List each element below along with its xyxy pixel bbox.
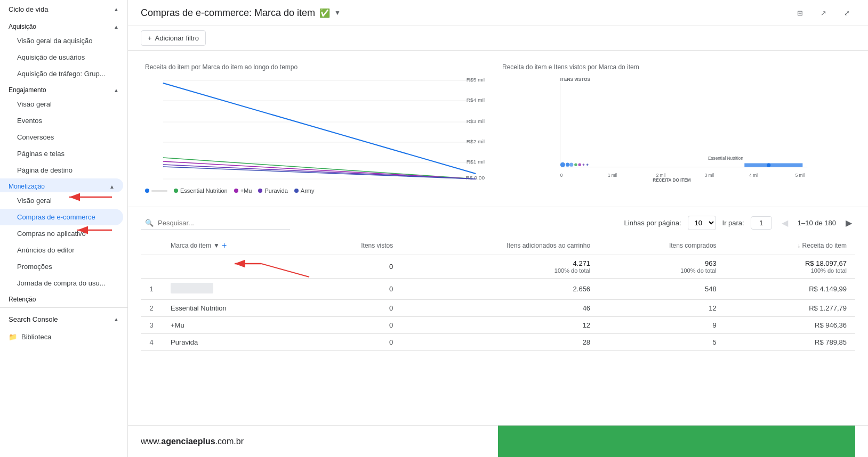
search-console-label: Search Console [9,315,58,323]
line-chart-legend: Essential Nutrition +Mu Puravida Army [145,187,494,194]
sidebar-item-paginas-telas[interactable]: Páginas e telas [0,145,123,162]
legend-dot-not-set [145,189,149,193]
svg-text:R$5 mil: R$5 mil [467,77,485,83]
row4-items-bought: 5 [599,334,725,351]
legend-dot-essential [174,189,178,193]
total-revenue: R$ 18.097,67 100% do total [725,255,855,279]
monetizacao-chevron: ▲ [109,184,115,190]
share-icon-btn[interactable]: ↗ [815,4,832,21]
aquisicao-label: Aquisição [9,23,36,30]
row2-brand: Essential Nutrition [162,300,306,317]
sidebar-item-visao-geral-eng[interactable]: Visão geral [0,96,123,112]
table-section: 🔍 Linhas por página: 10 25 50 Ir para: ◀… [128,207,868,425]
next-page-button[interactable]: ▶ [842,217,855,229]
sidebar-item-aquisicao-trafego[interactable]: Aquisição de tráfego: Grup... [0,66,123,82]
sidebar-group-aquisicao[interactable]: Aquisição ▲ [0,19,127,32]
sidebar-group-monetizacao[interactable]: Monetização ▲ [0,178,123,192]
svg-point-28 [574,163,577,166]
lifecycle-section[interactable]: Ciclo de vida ▲ [0,0,127,19]
row1-items-added: 2.656 [401,279,599,300]
rows-per-page-label: Linhas por página: [624,219,681,227]
total-items-bought-val: 963 [607,259,717,267]
sidebar-item-eventos[interactable]: Eventos [0,112,123,129]
search-console-section[interactable]: Search Console ▲ [0,310,127,329]
svg-text:4 mil: 4 mil [749,173,758,178]
table-total-row: 0 4.271 100% do total 963 100% do total … [141,255,855,279]
row2-items-viewed: 0 [306,300,401,317]
svg-point-25 [560,162,565,167]
retencao-label: Retenção [9,296,36,303]
prev-page-button[interactable]: ◀ [778,217,791,229]
row1-items-viewed: 0 [306,279,401,300]
expand-icon-btn[interactable]: ⤢ [838,4,855,21]
svg-rect-32 [744,163,802,167]
row4-brand: Puravida [162,334,306,351]
legend-label-mu: +Mu [240,187,252,194]
svg-text:R$4 mil: R$4 mil [467,97,485,103]
sidebar-item-promocoes[interactable]: Promoções [0,258,123,275]
table-row: 1 0 2.656 548 R$ 4.149,99 [141,279,855,300]
total-revenue-pct: 100% do total [734,267,847,274]
sidebar-item-compras-aplicativo[interactable]: Compras no aplicativo [0,225,123,242]
total-items-added: 4.271 100% do total [401,255,599,279]
table-row: 4 Puravida 0 28 5 R$ 789,85 [141,334,855,351]
table-row: 2 Essential Nutrition 0 46 12 R$ 1.277,7… [141,300,855,317]
row2-items-added: 46 [401,300,599,317]
legend-dot-army [294,189,299,193]
scatter-chart-container: Receita do item e Itens vistos por Marca… [498,59,855,198]
legend-mu: +Mu [234,187,252,194]
row4-revenue: R$ 789,85 [725,334,855,351]
col-header-items-added: Itens adicionados ao carrinho [401,236,599,255]
charts-area: Receita do item por Marca do item ao lon… [128,51,868,207]
filter-bar: + Adicionar filtro [128,26,868,51]
sidebar-item-biblioteca[interactable]: 📁 Biblioteca [0,329,127,345]
table-row: 3 +Mu 0 12 9 R$ 946,36 [141,317,855,334]
search-box[interactable]: 🔍 [141,217,290,230]
svg-text:RECEITA DO ITEM: RECEITA DO ITEM [653,178,690,182]
svg-text:2 mil: 2 mil [656,173,665,178]
total-rank [141,255,162,279]
row3-items-viewed: 0 [306,317,401,334]
sidebar-group-engajamento[interactable]: Engajamento ▲ [0,82,127,96]
page-input[interactable] [751,216,772,230]
legend-not-set [145,189,167,193]
col-header-brand[interactable]: Marca do item ▼ + [162,236,306,255]
legend-bar-not-set [151,190,167,192]
sidebar-item-conversoes[interactable]: Conversões [0,129,123,145]
search-console-chevron: ▲ [114,316,119,322]
sidebar-item-jornada-compra[interactable]: Jornada de compra do usu... [0,275,123,291]
svg-text:R$ 0,00: R$ 0,00 [466,175,485,181]
sidebar-item-aquisicao-usuarios[interactable]: Aquisição de usuários [0,49,123,66]
sidebar-item-visao-geral-mon[interactable]: Visão geral [0,192,123,209]
row3-brand: +Mu [162,317,306,334]
sidebar-item-anuncios-editor[interactable]: Anúncios do editor [0,242,123,258]
grid-icon-btn[interactable]: ⊞ [791,4,808,21]
col-header-revenue[interactable]: ↓ Receita do item [725,236,855,255]
row1-brand [162,279,306,300]
biblioteca-label: Biblioteca [21,333,51,341]
svg-point-26 [566,163,569,167]
row4-rank: 4 [141,334,162,351]
total-items-added-val: 4.271 [410,259,590,267]
rows-per-page-select[interactable]: 10 25 50 [688,216,716,230]
title-dropdown-arrow[interactable]: ▼ [334,9,341,17]
row3-rank: 3 [141,317,162,334]
footer-url: www.agenciaeplus.com.br [141,437,244,446]
search-input[interactable] [158,219,286,227]
legend-puravida: Puravida [258,187,287,194]
sidebar-item-pagina-destino[interactable]: Página de destino [0,162,123,178]
sidebar-item-visao-geral-aquisicao[interactable]: Visão geral da aquisição [0,32,123,49]
row3-items-bought: 9 [599,317,725,334]
svg-text:R$1 mil: R$1 mil [467,159,485,165]
row1-rank: 1 [141,279,162,300]
sidebar-group-retencao[interactable]: Retenção [0,291,127,305]
pagination-text: 1–10 de 180 [798,219,836,227]
table-toolbar: 🔍 Linhas por página: 10 25 50 Ir para: ◀… [141,216,855,230]
sidebar-item-compras-ecommerce[interactable]: Compras de e-commerce [0,209,123,225]
total-items-viewed: 0 [306,255,401,279]
add-column-button[interactable]: + [222,241,227,250]
engajamento-label: Engajamento [9,86,46,94]
col-header-items-bought: Itens comprados [599,236,725,255]
page-title-row: Compras de e-commerce: Marca do item ✅ ▼ [141,7,341,19]
add-filter-button[interactable]: + Adicionar filtro [141,30,206,46]
